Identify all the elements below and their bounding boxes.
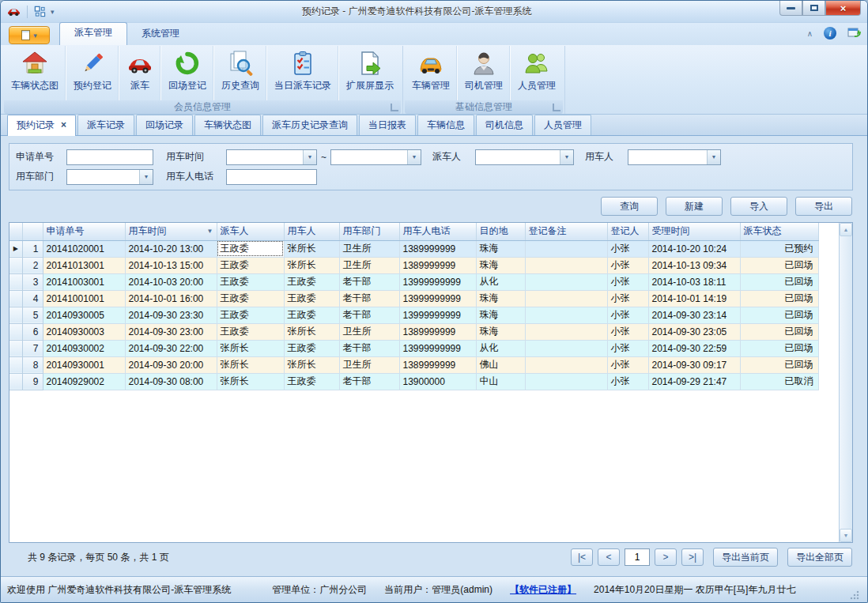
apply-no-cell[interactable]: 20141003001: [43, 273, 125, 290]
info-icon[interactable]: i: [824, 27, 836, 40]
destination-cell[interactable]: 从化: [476, 340, 525, 356]
apply-no-cell[interactable]: 20140930001: [43, 356, 125, 373]
car-user-cell[interactable]: 张所长: [284, 240, 339, 257]
destination-cell[interactable]: 从化: [476, 273, 525, 290]
car-user-cell[interactable]: 王政委: [284, 273, 339, 290]
use-time-cell[interactable]: 2014-09-30 23:00: [125, 323, 217, 340]
remark-cell[interactable]: [525, 257, 607, 273]
dept-cell[interactable]: 老干部: [339, 307, 399, 323]
document-tab[interactable]: 当日报表: [359, 115, 416, 135]
dispatcher-cell[interactable]: 王政委: [217, 240, 284, 257]
registrar-cell[interactable]: 小张: [607, 273, 648, 290]
use-time-cell[interactable]: 2014-10-01 16:00: [125, 290, 217, 307]
status-cell[interactable]: 已回场: [740, 323, 818, 340]
row-number-cell[interactable]: 7: [22, 340, 43, 356]
column-header[interactable]: 派车人: [217, 223, 284, 240]
dispatcher-cell[interactable]: 王政委: [217, 307, 284, 323]
ribbon-button[interactable]: 车辆管理: [405, 46, 457, 100]
ribbon-button[interactable]: 人员管理: [510, 46, 563, 100]
car-user-cell[interactable]: 王政委: [284, 307, 339, 323]
table-row[interactable]: 8 20140930001 2014-09-30 20:00 张所长 张所长 卫…: [9, 356, 818, 373]
remark-cell[interactable]: [525, 340, 607, 356]
apply-no-cell[interactable]: 20140930002: [43, 340, 125, 356]
status-cell[interactable]: 已回场: [740, 290, 818, 307]
accept-time-cell[interactable]: 2014-10-13 09:34: [648, 257, 740, 273]
car-user-cell[interactable]: 王政委: [284, 290, 339, 307]
phone-cell[interactable]: 1389999999: [399, 323, 476, 340]
dialog-launcher-icon[interactable]: [553, 104, 560, 111]
table-row[interactable]: ▶ 1 20141020001 2014-10-20 13:00 王政委 张所长…: [9, 240, 818, 257]
car-user-combo[interactable]: ▼: [628, 149, 721, 165]
apply-no-cell[interactable]: 20141013001: [43, 257, 125, 273]
table-row[interactable]: 7 20140930002 2014-09-30 22:00 张所长 王政委 老…: [9, 340, 818, 356]
dept-combo[interactable]: ▼: [66, 169, 153, 185]
row-number-cell[interactable]: 8: [22, 356, 43, 373]
table-row[interactable]: 3 20141003001 2014-10-03 20:00 王政委 王政委 老…: [9, 273, 818, 290]
use-time-cell[interactable]: 2014-09-30 08:00: [125, 373, 217, 390]
ribbon-button[interactable]: 车辆状态图: [4, 46, 66, 100]
column-header[interactable]: 用车人电话: [399, 223, 476, 240]
registrar-cell[interactable]: 小张: [607, 323, 648, 340]
dispatcher-combo[interactable]: ▼: [475, 149, 574, 165]
status-cell[interactable]: 已回场: [740, 307, 818, 323]
dispatcher-cell[interactable]: 张所长: [217, 373, 284, 390]
chevron-down-icon[interactable]: ▼: [560, 150, 573, 164]
dept-cell[interactable]: 卫生所: [339, 356, 399, 373]
query-button[interactable]: 查询: [601, 197, 658, 216]
first-page-button[interactable]: |<: [571, 548, 593, 566]
registrar-cell[interactable]: 小张: [607, 373, 648, 390]
row-number-cell[interactable]: 6: [22, 323, 43, 340]
destination-cell[interactable]: 珠海: [476, 307, 525, 323]
registrar-cell[interactable]: 小张: [607, 257, 648, 273]
app-car-icon[interactable]: [7, 6, 21, 17]
table-row[interactable]: 5 20140930005 2014-09-30 23:30 王政委 王政委 老…: [9, 307, 818, 323]
chevron-down-icon[interactable]: ▼: [407, 150, 421, 164]
document-tab[interactable]: 司机信息: [476, 115, 533, 135]
chevron-down-icon[interactable]: ▼: [707, 150, 720, 164]
apply-no-cell[interactable]: 20140930003: [43, 323, 125, 340]
registrar-cell[interactable]: 小张: [607, 290, 648, 307]
registrar-cell[interactable]: 小张: [607, 340, 648, 356]
remark-cell[interactable]: [525, 373, 607, 390]
ribbon-button[interactable]: 派车: [119, 46, 160, 100]
phone-input[interactable]: [226, 169, 317, 185]
document-tab[interactable]: 人员管理: [534, 115, 591, 135]
application-menu-button[interactable]: ▾: [9, 26, 50, 44]
dispatcher-cell[interactable]: 王政委: [217, 273, 284, 290]
import-button[interactable]: 导入: [730, 197, 787, 216]
destination-cell[interactable]: 珠海: [476, 290, 525, 307]
accept-time-cell[interactable]: 2014-10-03 18:11: [648, 273, 740, 290]
maximize-button[interactable]: [802, 1, 825, 16]
destination-cell[interactable]: 珠海: [476, 240, 525, 257]
column-header[interactable]: 用车时间▼: [125, 223, 217, 240]
remark-cell[interactable]: [525, 240, 607, 257]
table-row[interactable]: 6 20140930003 2014-09-30 23:00 王政委 张所长 卫…: [9, 323, 818, 340]
phone-cell[interactable]: 1389999999: [399, 356, 476, 373]
car-user-cell[interactable]: 张所长: [284, 356, 339, 373]
phone-cell[interactable]: 1389999999: [399, 240, 476, 257]
status-cell[interactable]: 已回场: [740, 340, 818, 356]
remark-cell[interactable]: [525, 356, 607, 373]
car-user-cell[interactable]: 王政委: [284, 373, 339, 390]
page-number-input[interactable]: [625, 548, 650, 566]
accept-time-cell[interactable]: 2014-09-30 23:14: [648, 307, 740, 323]
phone-cell[interactable]: 13999999999: [399, 290, 476, 307]
row-number-cell[interactable]: 5: [22, 307, 43, 323]
remark-cell[interactable]: [525, 307, 607, 323]
apply-no-cell[interactable]: 20141020001: [43, 240, 125, 257]
status-cell[interactable]: 已回场: [740, 257, 818, 273]
document-tab[interactable]: 回场记录: [136, 115, 193, 135]
table-row[interactable]: 4 20141001001 2014-10-01 16:00 王政委 王政委 老…: [9, 290, 818, 307]
accept-time-cell[interactable]: 2014-10-01 14:19: [648, 290, 740, 307]
use-time-to-combo[interactable]: ▼: [330, 149, 421, 165]
use-time-cell[interactable]: 2014-09-30 23:30: [125, 307, 217, 323]
column-header[interactable]: 登记人: [607, 223, 648, 240]
use-time-cell[interactable]: 2014-09-30 20:00: [125, 356, 217, 373]
phone-cell[interactable]: 13999999999: [399, 307, 476, 323]
ribbon-button[interactable]: 历史查询: [213, 46, 266, 100]
registrar-cell[interactable]: 小张: [607, 307, 648, 323]
ribbon-button[interactable]: 当日派车记录: [266, 46, 338, 100]
destination-cell[interactable]: 珠海: [476, 323, 525, 340]
ribbon-button[interactable]: 司机管理: [457, 46, 510, 100]
resize-grip[interactable]: [850, 590, 859, 600]
